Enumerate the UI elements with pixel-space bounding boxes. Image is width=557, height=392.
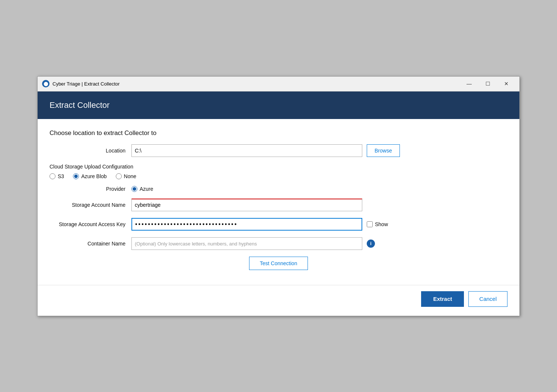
storage-account-name-input[interactable] (131, 199, 362, 211)
storage-account-key-input[interactable] (131, 218, 362, 231)
storage-account-name-row: Storage Account Name (50, 199, 507, 211)
radio-s3-label[interactable]: S3 (50, 173, 64, 179)
location-row: Location Browse (50, 144, 507, 157)
provider-row: Provider Azure (50, 186, 507, 192)
radio-none[interactable] (116, 173, 122, 179)
storage-account-key-row: Storage Account Access Key Show (50, 218, 507, 231)
cloud-storage-title: Cloud Storage Upload Configuration (50, 164, 507, 170)
dialog-header: Extract Collector (38, 91, 519, 119)
minimize-button[interactable]: — (461, 78, 478, 89)
browse-button[interactable]: Browse (367, 144, 400, 157)
show-password-checkbox[interactable] (367, 221, 373, 227)
storage-account-key-label: Storage Account Access Key (50, 221, 131, 227)
info-icon[interactable]: i (367, 240, 375, 248)
cloud-storage-radio-group: S3 Azure Blob None (50, 173, 507, 179)
provider-label: Provider (50, 186, 131, 192)
cloud-storage-section: Cloud Storage Upload Configuration S3 Az… (50, 164, 507, 179)
container-name-row: Container Name i (50, 237, 507, 250)
radio-azure-blob[interactable] (73, 173, 79, 179)
provider-radio-group: Azure (131, 186, 153, 192)
window-title: Cyber Triage | Extract Collector (52, 81, 461, 87)
app-icon: ⬤ (42, 80, 50, 87)
extract-button[interactable]: Extract (421, 291, 464, 307)
location-input[interactable] (131, 144, 362, 157)
location-label: Location (50, 148, 131, 154)
maximize-button[interactable]: ☐ (479, 78, 496, 89)
show-area: Show (367, 221, 388, 227)
section-title: Choose location to extract Collector to (50, 129, 507, 137)
container-name-input[interactable] (131, 237, 362, 250)
radio-s3[interactable] (50, 173, 55, 179)
container-name-label: Container Name (50, 241, 131, 247)
storage-account-name-label: Storage Account Name (50, 202, 131, 208)
test-connection-row: Test Connection (50, 257, 507, 270)
window-controls: — ☐ ✕ (461, 78, 515, 89)
cancel-button[interactable]: Cancel (468, 291, 507, 307)
radio-none-label[interactable]: None (116, 173, 136, 179)
dialog-footer: Extract Cancel (38, 285, 519, 316)
main-window: ⬤ Cyber Triage | Extract Collector — ☐ ✕… (37, 76, 520, 316)
dialog-content: Choose location to extract Collector to … (38, 119, 519, 285)
test-connection-button[interactable]: Test Connection (249, 257, 308, 270)
radio-azure-blob-label[interactable]: Azure Blob (73, 173, 106, 179)
provider-azure-label[interactable]: Azure (131, 186, 153, 192)
dialog-title: Extract Collector (50, 100, 109, 110)
radio-provider-azure[interactable] (131, 186, 137, 192)
title-bar: ⬤ Cyber Triage | Extract Collector — ☐ ✕ (38, 77, 519, 91)
show-label: Show (375, 221, 388, 227)
close-button[interactable]: ✕ (498, 78, 515, 89)
